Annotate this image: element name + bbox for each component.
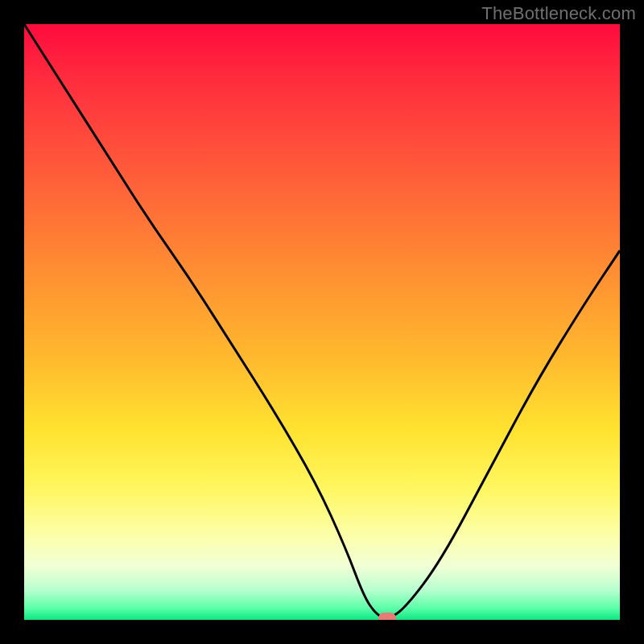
plot-area — [24, 24, 620, 620]
bottleneck-curve — [24, 24, 620, 620]
watermark-text: TheBottleneck.com — [481, 3, 636, 24]
curve-path — [24, 24, 620, 618]
chart-frame: TheBottleneck.com — [0, 0, 644, 644]
optimal-point-marker — [378, 613, 396, 620]
